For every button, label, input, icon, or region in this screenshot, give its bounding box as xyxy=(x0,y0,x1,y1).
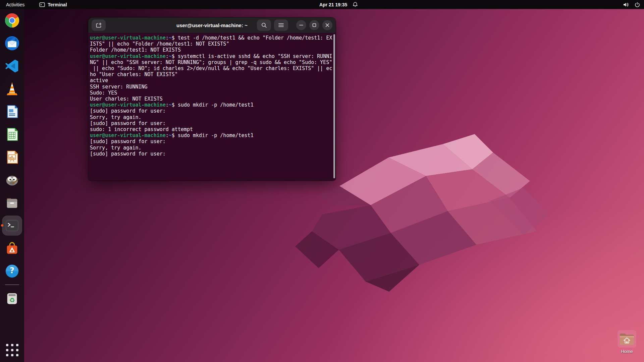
dock-item-chrome[interactable] xyxy=(0,9,24,32)
ubuntu-software-icon xyxy=(4,241,20,256)
top-bar: Activities Terminal Apr 21 19:35 xyxy=(0,0,644,9)
dock-item-libreoffice-impress[interactable] xyxy=(0,146,24,169)
hamburger-menu-icon xyxy=(278,23,284,27)
power-icon[interactable] xyxy=(635,2,640,7)
terminal-line: sudo: 1 incorrect password attempt xyxy=(90,126,334,132)
dock-item-terminal[interactable] xyxy=(0,214,24,237)
dock-item-gimp[interactable] xyxy=(0,169,24,191)
dock-item-vlc[interactable] xyxy=(0,77,24,100)
help-icon: ? xyxy=(4,263,20,279)
dock-item-libreoffice-writer[interactable] xyxy=(0,100,24,123)
libreoffice-impress-icon xyxy=(5,150,19,165)
terminal-line: [sudo] password for user: xyxy=(90,108,334,114)
terminal-line: user@user-virtual-machine:~$ sudo mkdir … xyxy=(90,132,334,138)
dock-item-files[interactable] xyxy=(0,191,24,214)
gimp-icon xyxy=(4,172,20,188)
thunderbird-icon xyxy=(4,35,20,51)
terminal-window[interactable]: user@user-virtual-machine: ~ xyxy=(88,17,336,181)
activities-button[interactable]: Activities xyxy=(0,0,31,9)
new-tab-button[interactable] xyxy=(92,19,106,31)
activities-label: Activities xyxy=(6,2,24,7)
libreoffice-calc-icon xyxy=(5,127,19,142)
svg-text:♻: ♻ xyxy=(9,296,15,304)
files-icon xyxy=(4,195,20,210)
vlc-icon xyxy=(4,81,20,97)
minimize-icon xyxy=(299,24,303,26)
focused-app-label: Terminal xyxy=(48,2,67,7)
terminal-line: Sorry, try again. xyxy=(90,145,334,151)
terminal-line: Folder /home/test1: NOT EXISTS xyxy=(90,47,334,53)
dock: ? ♻ xyxy=(0,9,24,362)
terminal-line: || echo "Sudo: NO"; id charles 2>/dev/nu… xyxy=(90,65,334,71)
terminal-line: [sudo] password for user: xyxy=(90,120,334,126)
dock-item-thunderbird[interactable] xyxy=(0,32,24,55)
chrome-icon xyxy=(4,12,20,28)
dock-item-vscode[interactable] xyxy=(0,55,24,77)
terminal-line: User charles: NOT EXISTS xyxy=(90,96,334,102)
dock-item-trash[interactable]: ♻ xyxy=(0,287,24,310)
home-icon-label: Home xyxy=(621,349,633,354)
terminal-line: Sudo: YES xyxy=(90,90,334,96)
dock-separator xyxy=(5,285,19,285)
desktop-home-icon[interactable]: Home xyxy=(616,330,637,354)
trash-icon: ♻ xyxy=(4,291,20,306)
terminal-dock-icon xyxy=(4,218,20,233)
focused-app-menu[interactable]: Terminal xyxy=(39,2,67,7)
terminal-line: ISTS" || echo "Folder /home/test1: NOT E… xyxy=(90,41,334,47)
menu-button[interactable] xyxy=(274,19,288,31)
close-button[interactable] xyxy=(322,20,332,30)
search-button[interactable] xyxy=(257,19,271,31)
volume-icon[interactable] xyxy=(623,2,629,7)
terminal-scrollbar[interactable] xyxy=(333,34,335,178)
notification-bell-icon[interactable] xyxy=(353,2,358,7)
terminal-app-icon xyxy=(39,2,45,7)
home-folder-icon xyxy=(619,332,635,346)
terminal-running-indicator xyxy=(1,224,3,227)
terminal-line: SSH server: RUNNING xyxy=(90,84,334,90)
terminal-output: user@user-virtual-machine:~$ test -d /ho… xyxy=(90,35,334,157)
close-icon xyxy=(325,23,329,27)
terminal-titlebar[interactable]: user@user-virtual-machine: ~ xyxy=(88,17,336,33)
terminal-body[interactable]: user@user-virtual-machine:~$ test -d /ho… xyxy=(88,33,336,181)
clock[interactable]: Apr 21 19:35 xyxy=(319,2,347,7)
search-icon xyxy=(261,22,267,28)
minimize-button[interactable] xyxy=(296,20,306,30)
vscode-icon xyxy=(4,58,20,74)
terminal-line: user@user-virtual-machine:~$ sudo mkdir … xyxy=(90,102,334,108)
dock-item-libreoffice-calc[interactable] xyxy=(0,123,24,146)
terminal-line: Sorry, try again. xyxy=(90,114,334,120)
show-applications-button[interactable] xyxy=(0,341,24,359)
show-applications-grid-icon xyxy=(6,344,18,356)
terminal-line: [sudo] password for user: xyxy=(90,151,334,157)
home-folder-tile xyxy=(618,330,636,348)
new-tab-icon xyxy=(95,22,102,28)
terminal-line: user@user-virtual-machine:~$ test -d /ho… xyxy=(90,35,334,41)
dock-item-help[interactable]: ? xyxy=(0,260,24,283)
terminal-line: NG" || echo "SSH server: NOT RUNNING"; g… xyxy=(90,59,334,65)
maximize-button[interactable] xyxy=(309,20,319,30)
terminal-line: active xyxy=(90,77,334,83)
terminal-line: [sudo] password for user: xyxy=(90,138,334,144)
terminal-line: ho "User charles: NOT EXISTS" xyxy=(90,71,334,77)
maximize-icon xyxy=(312,23,316,27)
dock-item-ubuntu-software[interactable] xyxy=(0,237,24,260)
terminal-line: user@user-virtual-machine:~$ systemctl i… xyxy=(90,53,334,59)
svg-text:?: ? xyxy=(10,266,14,275)
libreoffice-writer-icon xyxy=(5,104,19,119)
